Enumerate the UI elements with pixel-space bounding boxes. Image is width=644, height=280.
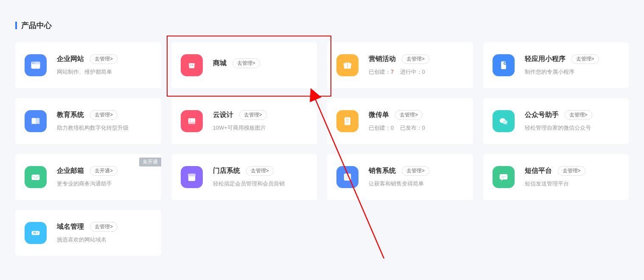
svg-rect-27: [501, 177, 504, 178]
stat-label: 已发布：: [400, 125, 422, 131]
book-icon: [25, 110, 47, 132]
card-title: 微传单: [369, 111, 389, 119]
stat-label: 已创建：: [369, 125, 391, 131]
svg-point-12: [189, 119, 191, 121]
browser-icon: [25, 54, 47, 76]
card-wechat[interactable]: 公众号助手 去管理> 轻松管理自家的微信公众号: [483, 98, 629, 144]
wechat-icon: [493, 110, 515, 132]
manage-button[interactable]: 去管理>: [90, 54, 118, 64]
stat-label: 进行中：: [400, 69, 422, 75]
svg-rect-22: [345, 175, 349, 176]
card-desc: 更专业的商务沟通助手: [57, 180, 152, 188]
stat-published-value: 0: [422, 125, 425, 131]
manage-button[interactable]: 去管理>: [565, 110, 592, 120]
card-website[interactable]: 企业网站 去管理> 网站制作、维护都简单: [15, 42, 161, 88]
flyer-icon: [336, 110, 358, 132]
card-stats: 已创建：7 进行中：0: [369, 68, 464, 76]
svg-rect-8: [347, 63, 348, 69]
stat-label: 已创建：: [369, 69, 391, 75]
svg-rect-16: [345, 122, 348, 123]
svg-rect-24: [345, 178, 348, 179]
svg-text:W.≡: W.≡: [33, 231, 38, 234]
manage-button[interactable]: 去管理>: [90, 110, 118, 120]
message-icon: [493, 166, 515, 188]
domain-icon: W.≡: [25, 222, 47, 244]
card-title: 门店系统: [213, 166, 240, 175]
card-title: 营销活动: [369, 55, 396, 64]
unactivated-tag: 未开通: [139, 158, 161, 166]
manage-button[interactable]: 去管理>: [239, 110, 267, 120]
svg-rect-20: [32, 175, 40, 180]
stat-running-value: 0: [422, 69, 425, 75]
card-edu[interactable]: 教育系统 去管理> 助力教培机构数字化转型升级: [15, 98, 161, 144]
card-title: 销售系统: [369, 166, 396, 175]
card-sms[interactable]: 短信平台 去管理> 短信发送管理平台: [483, 154, 629, 200]
svg-point-3: [34, 63, 34, 64]
card-miniapp[interactable]: 轻应用小程序 去管理> 制作您的专属小程序: [483, 42, 629, 88]
gift-icon: [336, 54, 358, 76]
card-title: 云设计: [213, 111, 233, 119]
svg-rect-15: [345, 121, 349, 122]
card-desc: 10W+可商用模板图片: [213, 124, 308, 132]
stat-created-value: 7: [391, 69, 394, 75]
card-desc: 助力教培机构数字化转型升级: [57, 124, 152, 132]
svg-point-5: [192, 65, 193, 66]
list-icon: [336, 166, 358, 188]
card-title: 教育系统: [57, 111, 84, 119]
card-title: 轻应用小程序: [525, 55, 566, 64]
card-store[interactable]: 门店系统 去管理> 轻松搞定会员管理和会员营销: [171, 154, 317, 200]
card-design[interactable]: 云设计 去管理> 10W+可商用模板图片: [171, 98, 317, 144]
card-desc: 轻松搞定会员管理和会员营销: [213, 180, 308, 188]
manage-button[interactable]: 去管理>: [402, 54, 429, 64]
store-icon: [181, 166, 203, 188]
card-title: 企业邮箱: [57, 166, 84, 175]
stat-created-value: 0: [391, 125, 394, 131]
card-flyer[interactable]: 微传单 去管理> 已创建：0 已发布：0: [327, 98, 473, 144]
activate-button[interactable]: 去开通>: [90, 166, 118, 176]
svg-point-4: [190, 65, 191, 66]
card-desc: 让获客和销售变得简单: [369, 180, 464, 188]
card-desc: 挑选喜欢的网站域名: [57, 236, 152, 244]
card-desc: 短信发送管理平台: [525, 180, 620, 188]
svg-rect-26: [501, 176, 506, 177]
manage-button[interactable]: 去管理>: [571, 54, 599, 64]
miniapp-icon: [493, 54, 515, 76]
manage-button[interactable]: 去管理>: [232, 58, 260, 68]
product-grid: 企业网站 去管理> 网站制作、维护都简单 商城 去管理>: [15, 42, 629, 256]
card-desc: 网站制作、维护都简单: [57, 68, 152, 76]
manage-button[interactable]: 去管理>: [402, 166, 429, 176]
card-mall[interactable]: 商城 去管理>: [171, 42, 317, 88]
card-desc: 制作您的专属小程序: [525, 68, 620, 76]
card-mail[interactable]: 未开通 企业邮箱 去开通> 更专业的商务沟通助手: [15, 154, 161, 200]
shopping-bag-icon: [181, 54, 203, 76]
svg-point-2: [32, 63, 33, 64]
card-title: 短信平台: [525, 166, 552, 175]
svg-rect-23: [345, 177, 349, 177]
svg-rect-14: [345, 119, 349, 119]
section-title-bar: [15, 22, 17, 29]
svg-rect-25: [499, 174, 507, 180]
card-sales[interactable]: 销售系统 去管理> 让获客和销售变得简单: [327, 154, 473, 200]
image-icon: [181, 110, 203, 132]
manage-button[interactable]: 去管理>: [395, 110, 423, 120]
manage-button[interactable]: 去管理>: [558, 166, 585, 176]
card-title: 域名管理: [57, 222, 84, 231]
card-title: 企业网站: [57, 55, 84, 64]
card-domain[interactable]: W.≡ 域名管理 去管理> 挑选喜欢的网站域名: [15, 210, 161, 256]
card-stats: 已创建：0 已发布：0: [369, 124, 464, 132]
card-desc: 轻松管理自家的微信公众号: [525, 124, 620, 132]
manage-button[interactable]: 去管理>: [90, 222, 118, 232]
card-title: 公众号助手: [525, 111, 559, 119]
section-header: 产品中心: [15, 20, 629, 30]
card-title: 商城: [213, 59, 227, 68]
card-marketing[interactable]: 营销活动 去管理> 已创建：7 进行中：0: [327, 42, 473, 88]
manage-button[interactable]: 去管理>: [246, 166, 274, 176]
mail-icon: [25, 166, 47, 188]
section-title: 产品中心: [21, 20, 52, 30]
